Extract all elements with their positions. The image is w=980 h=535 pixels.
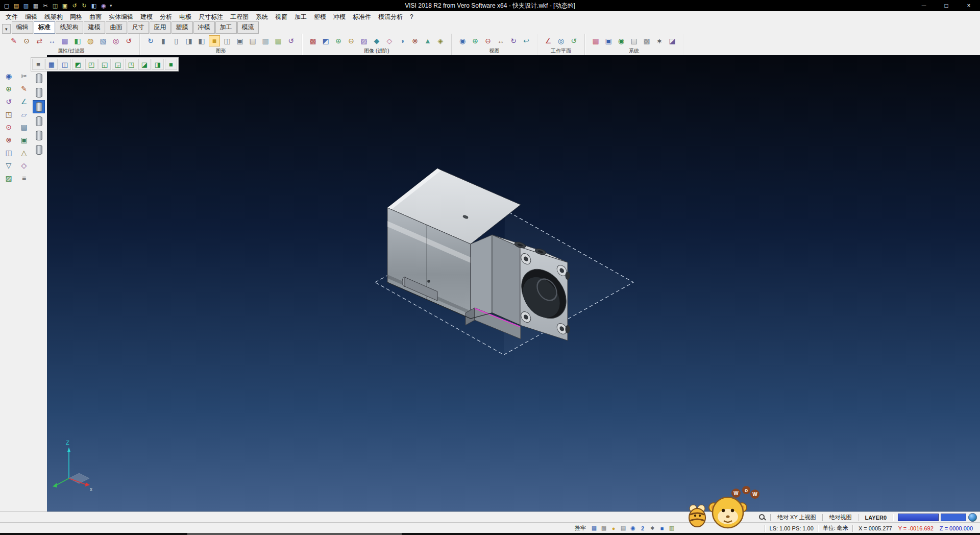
cone-icon[interactable]: ▽ (3, 160, 15, 171)
layers-icon[interactable]: ▤ (18, 121, 30, 133)
match-properties-icon[interactable]: ⊙ (21, 35, 32, 46)
menu-solid-edit[interactable]: 实体编辑 (105, 12, 137, 22)
menu-mold[interactable]: 塑模 (310, 12, 330, 22)
calculator-icon[interactable]: ▤ (628, 35, 640, 46)
gamma-icon[interactable]: ▲ (422, 35, 433, 46)
type-filter-icon[interactable]: ◍ (85, 35, 96, 46)
regen-icon[interactable]: ↺ (285, 35, 297, 46)
multi-view-icon[interactable]: ▦ (45, 59, 58, 70)
cube-status-icon[interactable]: ■ (658, 524, 666, 532)
front-view-icon[interactable]: ◱ (99, 59, 111, 70)
tab-dimension[interactable]: 尺寸 (128, 21, 149, 34)
list-icon[interactable]: ≡ (18, 173, 30, 184)
solid-filter-button-2[interactable] (33, 86, 45, 99)
notification-icon[interactable]: ● (609, 524, 618, 532)
grid-status-icon[interactable]: ▩ (600, 524, 608, 532)
redo-icon[interactable]: ↻ (80, 2, 89, 10)
menu-surface[interactable]: 曲面 (86, 12, 105, 22)
snap-status-icon[interactable]: ▦ (590, 524, 598, 532)
paste-icon[interactable]: ▣ (60, 2, 69, 10)
close-button[interactable]: × (958, 0, 980, 11)
globe-system-icon[interactable]: ◉ (616, 35, 627, 46)
printer-status-icon[interactable]: ▤ (619, 524, 627, 532)
tab-dropdown-button[interactable]: ▾ (2, 24, 11, 34)
dual-view-icon[interactable]: ◫ (59, 59, 71, 70)
magnifier-icon[interactable]: ◉ (3, 70, 15, 82)
texture-icon[interactable]: ◩ (320, 35, 331, 46)
wireframe-display-icon[interactable]: ▯ (170, 35, 182, 46)
menu-edit[interactable]: 编辑 (21, 12, 41, 22)
section-display-icon[interactable]: ▤ (247, 35, 258, 46)
hatch-icon[interactable]: ▨ (3, 173, 15, 184)
quick-access-more-button[interactable]: ▾ (110, 3, 112, 8)
tab-modeling[interactable]: 建模 (84, 21, 105, 34)
shaded-cube-icon[interactable]: ■ (165, 59, 177, 70)
pen-color-swatch[interactable] (941, 514, 966, 521)
tab-surface[interactable]: 曲面 (106, 21, 127, 34)
minimize-button[interactable]: ─ (913, 0, 935, 11)
half-shade-icon[interactable]: ◨ (183, 35, 194, 46)
viewport[interactable]: Z x (47, 55, 980, 512)
solid-filter-button-4[interactable] (33, 114, 45, 128)
layer-color-swatch[interactable] (898, 514, 939, 521)
back-view-icon[interactable]: ◪ (138, 59, 151, 70)
redraw-icon[interactable]: ↻ (145, 35, 156, 46)
lock-toggle[interactable]: 拴牢 (572, 524, 590, 532)
zoom-extents-icon[interactable]: ◉ (457, 35, 468, 46)
options-icon[interactable]: ◉ (99, 2, 108, 10)
menu-drafting[interactable]: 工程图 (227, 12, 252, 22)
menu-dimension[interactable]: 尺寸标注 (195, 12, 227, 22)
viewport-canvas[interactable]: Z x (47, 55, 980, 512)
edit-properties-icon[interactable]: ✎ (8, 35, 19, 46)
background-icon[interactable]: ⊗ (409, 35, 421, 46)
units-status[interactable]: 单位: 毫米 (821, 524, 850, 532)
render-icon[interactable]: ▩ (307, 35, 318, 46)
capture-icon[interactable]: ◈ (435, 35, 446, 46)
mask-filter-icon[interactable]: ▧ (97, 35, 109, 46)
mirror-icon[interactable]: ▱ (18, 109, 30, 120)
range-filter-icon[interactable]: ↔ (46, 35, 58, 46)
menu-analysis[interactable]: 分析 (156, 12, 176, 22)
maximize-button[interactable]: □ (935, 0, 958, 11)
view-mode-label[interactable]: 绝对 XY 上视图 (775, 514, 818, 521)
tab-application[interactable]: 应用 (150, 21, 171, 34)
zoom-in-icon[interactable]: ⊕ (470, 35, 481, 46)
view-menu-icon[interactable]: ≡ (32, 59, 44, 70)
taskbar-item[interactable] (187, 533, 402, 535)
menu-machining[interactable]: 加工 (291, 12, 310, 22)
cad-model[interactable] (387, 168, 570, 341)
top-view-icon[interactable]: ◰ (85, 59, 97, 70)
menu-die[interactable]: 冲模 (330, 12, 349, 22)
workplane-origin-icon[interactable]: ◎ (555, 35, 567, 46)
screen-capture-icon[interactable]: ◧ (89, 2, 99, 10)
plate-icon[interactable]: ▣ (18, 134, 30, 145)
menu-standard-parts[interactable]: 标准件 (349, 12, 375, 22)
display-config-icon[interactable]: ▣ (603, 35, 614, 46)
tab-edit[interactable]: 编辑 (12, 21, 33, 34)
pencil-icon[interactable]: ✎ (18, 83, 30, 94)
transparent-mode-icon[interactable]: ◫ (222, 35, 233, 46)
menu-flow-analysis[interactable]: 模流分析 (375, 12, 406, 22)
save-file-icon[interactable]: ▥ (21, 2, 31, 10)
iso-view-icon[interactable]: ◩ (72, 59, 84, 70)
diamond-icon[interactable]: ◇ (18, 160, 30, 171)
tab-die[interactable]: 冲模 (193, 21, 215, 34)
hide-element-icon[interactable]: ▥ (260, 35, 271, 46)
right-view-icon[interactable]: ◲ (112, 59, 124, 70)
menu-modeling[interactable]: 建模 (137, 12, 156, 22)
swap-filter-icon[interactable]: ⇄ (34, 35, 45, 46)
new-file-icon[interactable]: ▢ (2, 2, 11, 10)
copy-icon[interactable]: ◫ (51, 2, 60, 10)
bottom-view-icon[interactable]: ◨ (152, 59, 164, 70)
lighting-icon[interactable]: ⊕ (333, 35, 344, 46)
solid-display-icon[interactable]: ▮ (158, 35, 169, 46)
menu-system[interactable]: 系统 (252, 12, 272, 22)
workplane-reset-icon[interactable]: ↺ (568, 35, 579, 46)
count-badge[interactable]: 2 (639, 524, 647, 532)
tab-machining[interactable]: 加工 (215, 21, 237, 34)
material-icon[interactable]: ▨ (358, 35, 370, 46)
info-icon[interactable]: ◉ (629, 524, 637, 532)
transparency-adv-icon[interactable]: ◇ (384, 35, 395, 46)
tab-wireframe[interactable]: 线架构 (56, 21, 83, 34)
shaded-mode-icon[interactable]: ■ (209, 35, 220, 46)
